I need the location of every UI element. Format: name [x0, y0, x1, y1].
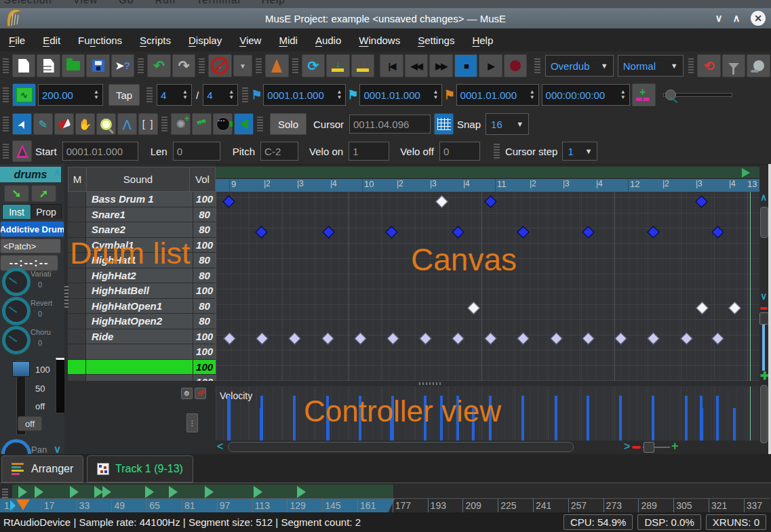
- mute-cell[interactable]: [68, 238, 86, 253]
- scroll-left-icon[interactable]: <: [217, 441, 223, 453]
- note-highhatopen1[interactable]: [467, 302, 479, 314]
- mute-cell[interactable]: [68, 314, 86, 329]
- toolbar-drag-handle[interactable]: [146, 86, 153, 104]
- len-field[interactable]: 0: [173, 142, 220, 161]
- vzoom-track[interactable]: [762, 325, 765, 371]
- note-ride[interactable]: [452, 332, 464, 344]
- marker-flag-icon[interactable]: [169, 486, 178, 498]
- canvas-vscrollbar[interactable]: ∧ ∨ ✚: [759, 192, 768, 381]
- tap-tempo-button[interactable]: Tap: [108, 84, 140, 106]
- note-ride[interactable]: [582, 332, 594, 344]
- pointer-tool-button[interactable]: ➤: [12, 113, 32, 135]
- canvas-ruler[interactable]: 9|2|3|410|2|3|411|2|3|412|2|3|413: [216, 167, 759, 192]
- note-ride[interactable]: [614, 332, 627, 344]
- record-arm-in-button[interactable]: ➘: [4, 185, 29, 202]
- note-ride[interactable]: [256, 332, 268, 344]
- note-snare2[interactable]: [647, 226, 659, 238]
- mute-cell[interactable]: [68, 207, 86, 222]
- spin-arrows-icon[interactable]: ▲▼: [620, 89, 626, 100]
- note-bass-drum-1[interactable]: [695, 195, 707, 207]
- velocity-bar[interactable]: [293, 396, 296, 441]
- scroll-right-icon[interactable]: >: [624, 441, 630, 453]
- draw-tool-button[interactable]: ⋀: [117, 113, 137, 135]
- goto-start-button[interactable]: |◀: [380, 54, 403, 77]
- toolbar-drag-handle[interactable]: [688, 57, 694, 75]
- vzoom-handle[interactable]: [759, 312, 769, 325]
- menu-edit[interactable]: Edit: [34, 35, 69, 46]
- tab-track1[interactable]: Track 1 (9-13): [87, 455, 193, 483]
- drum-canvas[interactable]: [216, 192, 759, 381]
- zoom-tool-button[interactable]: [96, 113, 116, 135]
- save-button[interactable]: [86, 54, 110, 77]
- velocity-bar[interactable]: [359, 396, 361, 441]
- pencil-tool-button[interactable]: ✎: [33, 113, 53, 135]
- spin-arrows-icon[interactable]: ▲▼: [182, 89, 188, 100]
- hzoom-handle[interactable]: [644, 442, 654, 453]
- tab-arranger[interactable]: Arranger: [1, 455, 83, 483]
- eraser-tool-button[interactable]: [54, 113, 74, 135]
- undo-button[interactable]: ↶: [147, 54, 171, 77]
- note-bass-drum-1[interactable]: [435, 195, 448, 207]
- punch-sync-button[interactable]: [747, 54, 770, 77]
- tempo-master-button[interactable]: ∿: [12, 83, 36, 106]
- bar-ruler[interactable]: 9|2|3|410|2|3|411|2|3|412|2|3|413: [216, 178, 759, 192]
- position-slider[interactable]: [663, 93, 732, 97]
- note-ride[interactable]: [484, 332, 496, 344]
- solo-button[interactable]: Solo: [270, 113, 307, 135]
- metronome-button[interactable]: [265, 54, 289, 77]
- time-sig-denominator[interactable]: 4 ▲▼: [203, 84, 238, 106]
- pan-tool-button[interactable]: ✋: [75, 113, 95, 135]
- drum-row-HighHatBell[interactable]: HighHatBell100: [68, 283, 216, 298]
- note-ride[interactable]: [711, 332, 724, 344]
- marker-strip[interactable]: [216, 167, 759, 178]
- scroll-up-icon[interactable]: ∧: [760, 192, 767, 203]
- velocity-bar[interactable]: [228, 396, 231, 441]
- hzoom-out-icon[interactable]: [632, 446, 641, 449]
- velocity-controller-canvas[interactable]: Velocity: [216, 386, 759, 441]
- canvas-hscrollbar[interactable]: [228, 442, 574, 452]
- panel-scroll-up-icon[interactable]: ∧: [54, 166, 61, 178]
- time-sig-numerator[interactable]: 4 ▲▼: [157, 84, 192, 106]
- toolbar-drag-handle[interactable]: [161, 115, 167, 133]
- drum-row-Cymbal1[interactable]: Cymbal1100: [68, 238, 216, 253]
- rewind-button[interactable]: ◀◀: [405, 54, 429, 77]
- velocity-bar[interactable]: [685, 396, 688, 441]
- marker-flag-icon[interactable]: [254, 486, 262, 498]
- stop-button[interactable]: ■: [454, 54, 478, 77]
- menu-audio[interactable]: Audio: [307, 35, 350, 46]
- controller-remove-button[interactable]: ⚙✕: [195, 388, 206, 399]
- toolbar-drag-handle[interactable]: [3, 115, 9, 133]
- new-file-button[interactable]: [12, 54, 36, 77]
- marker-flag-strip[interactable]: [12, 485, 393, 498]
- drum-row-HighHat1[interactable]: HighHat180: [68, 253, 216, 268]
- note-highhatopen1[interactable]: [696, 302, 708, 314]
- hzoom-in-icon[interactable]: +: [671, 439, 679, 453]
- menu-midi[interactable]: Midi: [270, 35, 307, 46]
- record-flag-mode-dropdown[interactable]: Normal▼: [618, 55, 684, 77]
- velocity-bar[interactable]: [260, 396, 263, 441]
- marker-flag-icon[interactable]: [205, 486, 214, 498]
- step-record-button[interactable]: ✺: [171, 113, 191, 135]
- punch-in-button[interactable]: ↓: [326, 54, 350, 77]
- title-bar[interactable]: MusE Project: example <unsaved changes> …: [0, 8, 771, 28]
- shade-button[interactable]: ∨: [710, 12, 728, 24]
- velocity-bar[interactable]: [391, 396, 394, 441]
- drum-row-HighHatOpen1[interactable]: HighHatOpen180: [68, 299, 216, 314]
- drum-row-12[interactable]: 100: [68, 375, 216, 381]
- note-highhatopen1[interactable]: [728, 302, 740, 314]
- toolbar-drag-handle[interactable]: [257, 115, 263, 133]
- menu-scripts[interactable]: Scripts: [131, 35, 180, 46]
- off-button[interactable]: off: [18, 416, 42, 431]
- toolbar-drag-handle[interactable]: [292, 57, 298, 75]
- scroll-down-icon[interactable]: ∨: [760, 291, 767, 302]
- cursor-step-dropdown[interactable]: 1▼: [562, 142, 597, 161]
- menu-functions[interactable]: Functions: [69, 35, 131, 46]
- volume-slider-handle[interactable]: [12, 361, 30, 377]
- note-bass-drum-1[interactable]: [222, 195, 235, 207]
- toolbar-drag-handle[interactable]: [3, 86, 9, 104]
- toolbar-drag-handle[interactable]: [199, 57, 205, 75]
- vscroll-thumb[interactable]: [760, 207, 768, 238]
- slider-knob[interactable]: [665, 89, 676, 100]
- note-snare2[interactable]: [452, 226, 464, 238]
- controller-splitter[interactable]: [216, 381, 759, 386]
